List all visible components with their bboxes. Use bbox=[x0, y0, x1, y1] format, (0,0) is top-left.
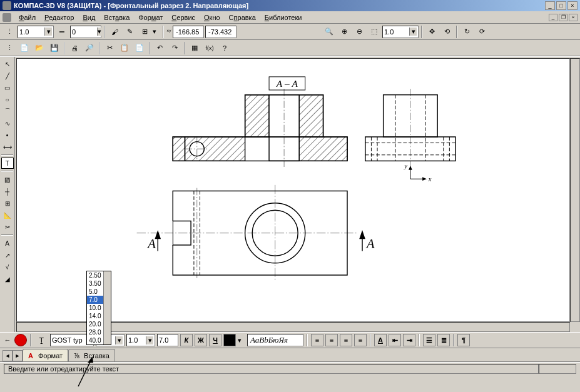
text-tool[interactable]: T bbox=[1, 158, 14, 169]
zoom-in-button[interactable]: ⊕ bbox=[337, 25, 351, 39]
grid-button[interactable]: ⊞ bbox=[138, 25, 151, 39]
color-button[interactable] bbox=[223, 334, 236, 346]
fontsize2-combo[interactable] bbox=[157, 334, 178, 346]
align-center-button[interactable]: ≡ bbox=[325, 334, 338, 346]
font-input[interactable] bbox=[52, 336, 86, 344]
redo-button[interactable]: ↷ bbox=[168, 41, 181, 55]
brush-button[interactable]: 🖌 bbox=[108, 25, 121, 39]
tab-next-button[interactable]: ► bbox=[13, 350, 23, 361]
menu-libs[interactable]: Библиотеки bbox=[261, 13, 306, 23]
preview-button[interactable]: 🔎 bbox=[83, 41, 96, 55]
underline-button[interactable]: Ч bbox=[209, 334, 221, 346]
coord-x-field[interactable]: -166.85 bbox=[173, 26, 204, 38]
numlist-button[interactable]: ≣ bbox=[437, 334, 450, 346]
stop-button[interactable] bbox=[14, 334, 27, 346]
roughness-tool[interactable]: √ bbox=[1, 261, 14, 273]
close-button[interactable]: × bbox=[567, 1, 577, 10]
list-button[interactable]: ☰ bbox=[423, 334, 435, 346]
align-right-button[interactable]: ≡ bbox=[340, 334, 352, 346]
chevron-down-icon[interactable]: ▾ bbox=[44, 28, 52, 36]
menu-help[interactable]: Справка bbox=[225, 13, 260, 23]
step-input[interactable] bbox=[128, 336, 146, 344]
zoom-combo[interactable]: ▾ bbox=[382, 26, 419, 38]
table-tool[interactable]: ⊞ bbox=[1, 198, 14, 209]
circle-tool[interactable]: ○ bbox=[1, 94, 14, 105]
menu-format[interactable]: Формат bbox=[135, 13, 166, 23]
menu-file[interactable]: Файл bbox=[15, 13, 39, 23]
handle-icon[interactable]: ⋮ bbox=[3, 41, 16, 55]
paste-button[interactable]: 📄 bbox=[133, 41, 146, 55]
tab-prev-button[interactable]: ◄ bbox=[3, 350, 13, 361]
leader-tool[interactable]: ↗ bbox=[1, 249, 14, 261]
dimension-tool[interactable]: ⟷ bbox=[1, 141, 14, 153]
trim-tool[interactable]: ✂ bbox=[1, 221, 14, 233]
select-tool[interactable]: ↖ bbox=[1, 58, 14, 69]
grid-dropdown[interactable]: ▾ bbox=[153, 28, 160, 36]
save-button[interactable]: 💾 bbox=[48, 41, 61, 55]
chevron-down-icon[interactable]: ▾ bbox=[146, 336, 153, 344]
zoom-input[interactable] bbox=[384, 28, 409, 36]
cut-button[interactable]: ✂ bbox=[103, 41, 116, 55]
spline-tool[interactable]: ∿ bbox=[1, 118, 14, 129]
new-button[interactable]: 📄 bbox=[18, 41, 31, 55]
axis-tool[interactable]: ┼ bbox=[1, 186, 14, 197]
indent-left-button[interactable]: ⇤ bbox=[389, 334, 401, 346]
eraser-button[interactable]: ✎ bbox=[123, 25, 136, 39]
point-tool[interactable]: • bbox=[1, 129, 14, 141]
rect-tool[interactable]: ▭ bbox=[1, 82, 14, 93]
minimize-button[interactable]: _ bbox=[545, 1, 555, 10]
chevron-down-icon[interactable]: ▾ bbox=[97, 28, 101, 36]
coord-y-field[interactable]: -73.432 bbox=[205, 26, 237, 38]
menu-window[interactable]: Окно bbox=[200, 13, 224, 23]
zoom-out-button[interactable]: ⊖ bbox=[352, 25, 366, 39]
bold-button[interactable]: К bbox=[180, 334, 193, 346]
menu-service[interactable]: Сервис bbox=[168, 13, 199, 23]
chevron-down-icon[interactable]: ▾ bbox=[115, 336, 123, 344]
annotation-tool[interactable]: А bbox=[1, 238, 14, 249]
maximize-button[interactable]: □ bbox=[556, 1, 566, 10]
tab-insert[interactable]: ⅞ Вставка bbox=[68, 349, 115, 361]
manager-button[interactable]: ▦ bbox=[188, 41, 201, 55]
layer-combo[interactable]: ▾ bbox=[70, 26, 101, 38]
indent-right-button[interactable]: ⇥ bbox=[403, 334, 415, 346]
paragraph-button[interactable]: ¶ bbox=[457, 334, 470, 346]
color-dropdown[interactable]: ▾ bbox=[238, 336, 245, 344]
back-arrow-icon[interactable]: ← bbox=[3, 334, 13, 346]
print-button[interactable]: 🖨 bbox=[68, 41, 81, 55]
style-a-button[interactable]: А bbox=[374, 334, 387, 346]
refresh-button[interactable]: ⟳ bbox=[475, 25, 489, 39]
chevron-down-icon[interactable]: ▾ bbox=[409, 28, 417, 36]
fontsize2-input[interactable] bbox=[159, 336, 176, 344]
copy-button[interactable]: 📋 bbox=[118, 41, 131, 55]
undo-button[interactable]: ↶ bbox=[153, 41, 166, 55]
doc-close-button[interactable]: × bbox=[569, 14, 577, 21]
variables-button[interactable]: f(x) bbox=[203, 41, 216, 55]
zoom-window-button[interactable]: ⬚ bbox=[367, 25, 381, 39]
redraw-button[interactable]: ↻ bbox=[460, 25, 474, 39]
open-button[interactable]: 📂 bbox=[33, 41, 46, 55]
dropdown-scrollbar[interactable] bbox=[103, 271, 111, 344]
handle-icon[interactable]: ⋮ bbox=[3, 25, 16, 39]
help-button[interactable]: ? bbox=[218, 41, 231, 55]
menu-edit[interactable]: Редактор bbox=[41, 13, 78, 23]
fontsize-dropdown-list[interactable]: 2.50 3.50 5.0 7.0 10.0 14.0 20.0 28.0 40… bbox=[86, 271, 111, 345]
line-style-button[interactable]: ═ bbox=[55, 25, 69, 39]
arc-tool[interactable]: ⌒ bbox=[1, 106, 14, 117]
measure-tool[interactable]: 📐 bbox=[1, 209, 14, 221]
hatch-tool[interactable]: ▨ bbox=[1, 174, 14, 185]
rotate-button[interactable]: ⟲ bbox=[440, 25, 454, 39]
vertical-scrollbar[interactable] bbox=[570, 58, 580, 322]
align-left-button[interactable]: ≡ bbox=[311, 334, 323, 346]
scale-input[interactable] bbox=[19, 28, 44, 36]
layer-input[interactable] bbox=[72, 28, 97, 36]
tab-format[interactable]: А Формат bbox=[23, 349, 68, 361]
align-justify-button[interactable]: ≡ bbox=[354, 334, 367, 346]
zoom-fit-button[interactable]: 🔍 bbox=[322, 25, 336, 39]
step-combo[interactable]: ▾ bbox=[126, 334, 155, 346]
menu-insert[interactable]: Вставка bbox=[100, 13, 133, 23]
line-tool[interactable]: ╱ bbox=[1, 70, 14, 81]
pan-button[interactable]: ✥ bbox=[425, 25, 439, 39]
marker-tool[interactable]: ◢ bbox=[1, 273, 14, 284]
scale-combo[interactable]: ▾ bbox=[18, 26, 54, 38]
italic-button[interactable]: Ж bbox=[195, 334, 207, 346]
